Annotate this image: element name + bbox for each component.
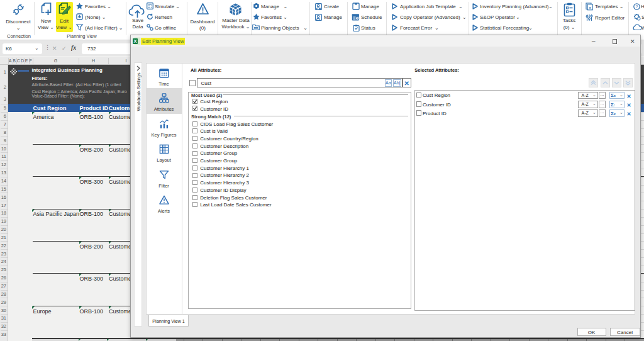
svg-text:?: ? bbox=[636, 4, 638, 9]
svg-text:X: X bbox=[133, 38, 136, 44]
